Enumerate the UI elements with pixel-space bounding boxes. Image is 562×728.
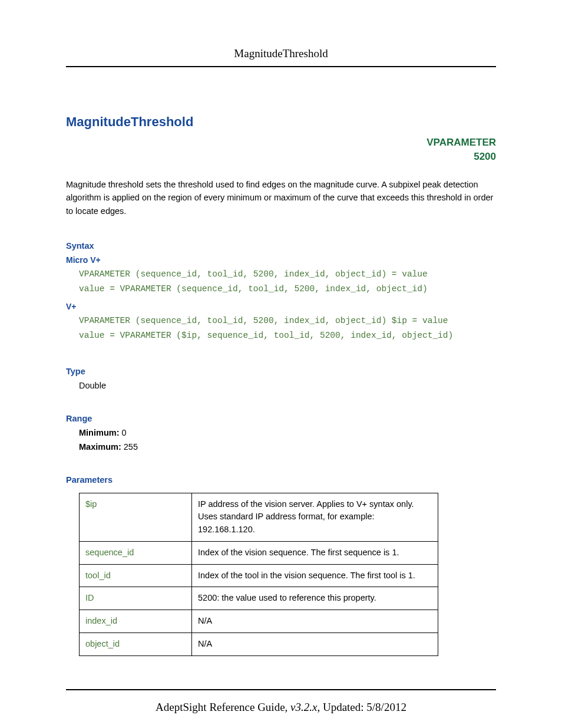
param-name: ID <box>80 587 192 610</box>
header-title: MagnitudeThreshold <box>66 47 496 67</box>
range-minimum: Minimum: 0 <box>79 428 496 437</box>
param-name: sequence_id <box>80 541 192 564</box>
footer-version: v3.2.x <box>290 701 317 713</box>
footer-rule <box>66 689 496 690</box>
footer-sep: , <box>285 701 291 713</box>
max-value: 255 <box>121 442 138 452</box>
param-name: tool_id <box>80 564 192 587</box>
vplus-code: VPARAMETER (sequence_id, tool_id, 5200, … <box>79 314 496 342</box>
range-maximum: Maximum: 255 <box>79 442 496 452</box>
vplus-heading: V+ <box>66 302 496 311</box>
table-row: index_id N/A <box>80 610 438 633</box>
param-name: index_id <box>80 610 192 633</box>
max-label: Maximum: <box>79 442 121 452</box>
table-row: tool_id Index of the tool in the vision … <box>80 564 438 587</box>
footer-date: 5/8/2012 <box>366 701 406 713</box>
parameters-heading: Parameters <box>66 475 496 485</box>
param-desc: N/A <box>192 610 438 633</box>
micro-vplus-code: VPARAMETER (sequence_id, tool_id, 5200, … <box>79 267 496 296</box>
footer-guide: AdeptSight Reference Guide <box>156 701 285 713</box>
min-label: Minimum: <box>79 428 119 437</box>
page-title: MagnitudeThreshold <box>66 114 193 130</box>
vparam-label: VPARAMETER <box>427 137 496 148</box>
param-desc: N/A <box>192 633 438 655</box>
footer-text: AdeptSight Reference Guide, v3.2.x, Upda… <box>66 701 496 714</box>
micro-vplus-heading: Micro V+ <box>66 255 496 265</box>
range-heading: Range <box>66 414 496 423</box>
vparameter-badge: VPARAMETER 5200 <box>66 136 496 164</box>
footer-updated-sep: , Updated: <box>317 701 366 713</box>
param-desc: Index of the tool in the vision sequence… <box>192 564 438 587</box>
type-heading: Type <box>66 367 496 376</box>
table-row: sequence_id Index of the vision sequence… <box>80 541 438 564</box>
param-name: object_id <box>80 633 192 655</box>
syntax-heading: Syntax <box>66 241 496 251</box>
min-value: 0 <box>119 428 126 437</box>
param-desc: 5200: the value used to reference this p… <box>192 587 438 610</box>
vparam-code: 5200 <box>474 151 496 162</box>
type-value: Double <box>79 381 496 390</box>
table-row: $ip IP address of the vision server. App… <box>80 493 438 541</box>
parameters-table: $ip IP address of the vision server. App… <box>79 493 438 656</box>
param-desc: Index of the vision sequence. The first … <box>192 541 438 564</box>
table-row: ID 5200: the value used to reference thi… <box>80 587 438 610</box>
param-desc: IP address of the vision server. Applies… <box>192 493 438 541</box>
table-row: object_id N/A <box>80 633 438 655</box>
param-name: $ip <box>80 493 192 541</box>
description-text: Magnitude threshold sets the threshold u… <box>66 178 496 218</box>
